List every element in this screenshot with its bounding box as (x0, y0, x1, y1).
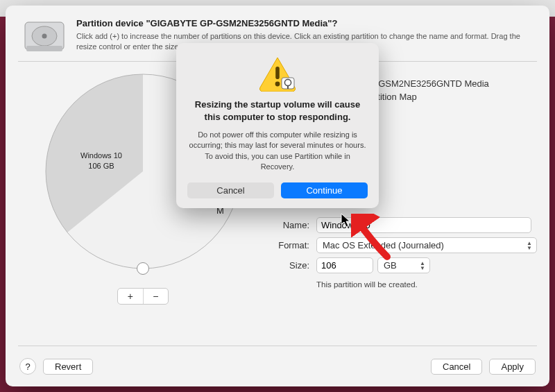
chevron-updown-icon: ▲▼ (527, 241, 532, 250)
svg-rect-7 (275, 67, 280, 79)
revert-button[interactable]: Revert (43, 359, 93, 375)
partition-sheet-window: Partition device "GIGABYTE GP-GSM2NE3256… (6, 6, 549, 386)
format-select[interactable]: Mac OS Extended (Journaled) ▲▼ (316, 237, 537, 253)
name-label: Name: (268, 220, 316, 230)
hard-disk-icon (22, 18, 67, 54)
size-field[interactable] (316, 257, 373, 273)
cancel-button[interactable]: Cancel (431, 359, 482, 375)
modal-continue-button[interactable]: Continue (281, 182, 368, 198)
sheet-title: Partition device "GIGABYTE GP-GSM2NE3256… (76, 18, 533, 28)
warning-icon (258, 56, 297, 92)
remove-partition-button[interactable]: − (144, 289, 169, 304)
chevron-updown-icon: ▲▼ (420, 261, 425, 271)
pie-slice-label: Windows 10 106 GB (80, 151, 122, 172)
sheet-footer: ? Revert Cancel Apply (6, 346, 549, 386)
confirm-resize-dialog: Resizing the startup volume will cause t… (176, 43, 379, 208)
pie-slice-name: Windows 10 (80, 151, 122, 160)
add-partition-button[interactable]: + (118, 289, 144, 304)
size-label: Size: (268, 260, 316, 271)
format-value: Mac OS Extended (Journaled) (323, 240, 444, 250)
format-label: Format: (268, 240, 316, 250)
help-button[interactable]: ? (19, 358, 36, 375)
modal-body: Do not power off this computer while res… (187, 130, 368, 173)
name-field[interactable] (316, 217, 531, 233)
svg-point-2 (42, 34, 47, 39)
svg-rect-3 (26, 46, 62, 51)
modal-cancel-button[interactable]: Cancel (187, 182, 274, 198)
add-remove-segmented: + − (117, 288, 169, 305)
partition-hint: This partition will be created. (316, 280, 537, 289)
svg-point-6 (137, 263, 149, 275)
pie-slice-size: 106 GB (88, 162, 114, 170)
size-unit-select[interactable]: GB ▲▼ (377, 257, 430, 273)
svg-rect-11 (287, 85, 289, 89)
svg-point-8 (275, 82, 280, 87)
apply-button[interactable]: Apply (489, 359, 536, 375)
size-unit-value: GB (384, 260, 397, 271)
modal-title: Resizing the startup volume will cause t… (187, 99, 368, 123)
